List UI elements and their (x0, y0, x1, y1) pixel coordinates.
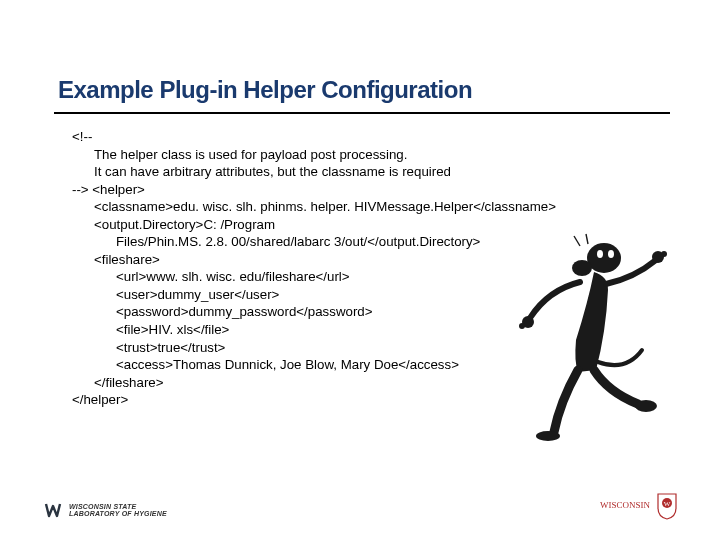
code-line: <access>Thomas Dunnick, Joe Blow, Mary D… (72, 356, 642, 374)
org-line2: LABORATORY OF HYGIENE (69, 510, 167, 517)
svg-point-9 (661, 251, 667, 257)
code-line: <file>HIV. xls</file> (72, 321, 642, 339)
code-line: </helper> (72, 392, 128, 407)
code-line: <!-- (72, 129, 92, 144)
uw-crest-icon: W (656, 492, 678, 520)
code-line: <trust>true</trust> (72, 339, 642, 357)
wslh-org-text: WISCONSIN STATE LABORATORY OF HYGIENE (69, 503, 167, 518)
code-line: It can have arbitrary attributes, but th… (72, 163, 642, 181)
org-line1: WISCONSIN STATE (69, 503, 136, 510)
code-line: <password>dummy_password</password> (72, 303, 642, 321)
svg-text:W: W (664, 500, 671, 508)
code-line: <output.Directory>C: /Program (72, 216, 642, 234)
footer-left: WISCONSIN STATE LABORATORY OF HYGIENE (44, 502, 167, 518)
svg-point-10 (536, 431, 560, 441)
code-line: </fileshare> (72, 374, 642, 392)
code-line: <helper> (92, 182, 145, 197)
code-line: <fileshare> (72, 251, 642, 269)
svg-point-8 (652, 251, 664, 263)
code-line: <user>dummy_user</user> (72, 286, 642, 304)
uw-wordmark: WISCONSIN (600, 501, 650, 511)
wslh-logo (44, 502, 63, 518)
title-underline (54, 112, 670, 114)
xml-code-block: <!-- The helper class is used for payloa… (72, 128, 642, 409)
footer: WISCONSIN STATE LABORATORY OF HYGIENE WI… (0, 486, 720, 522)
code-line: The helper class is used for payload pos… (72, 146, 642, 164)
code-line: <classname>edu. wisc. slh. phinms. helpe… (72, 198, 642, 216)
footer-right: WISCONSIN W (600, 492, 678, 520)
code-line: <url>www. slh. wisc. edu/fileshare</url> (72, 268, 642, 286)
slide-title: Example Plug-in Helper Configuration (58, 76, 472, 104)
code-line: --> (72, 182, 89, 197)
code-line: Files/Phin.MS. 2.8. 00/shared/labarc 3/o… (72, 233, 642, 251)
